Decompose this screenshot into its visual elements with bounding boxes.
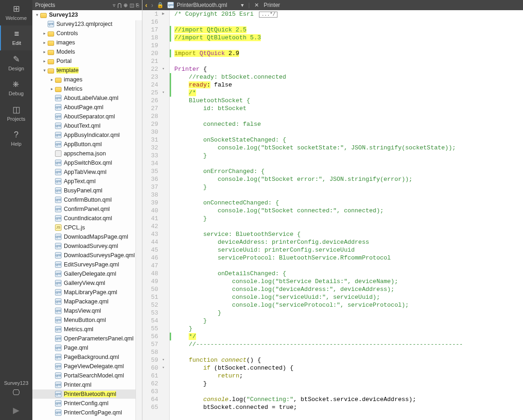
code-line[interactable]: btSocket.connected = true; [174, 403, 523, 411]
breadcrumb[interactable]: Printer [264, 2, 280, 8]
code-line[interactable] [174, 348, 523, 356]
tree-file[interactable]: qmlCountIndicator.qml [32, 214, 142, 223]
tree-file[interactable]: qmlAppSwitchBox.qml [32, 158, 142, 167]
tree-file[interactable]: qmlConfirmPanel.qml [32, 204, 142, 214]
tree-file[interactable]: appschema.json [32, 149, 142, 158]
tree-file[interactable]: JSCPCL.js [32, 223, 142, 232]
tree-folder-models[interactable]: ▸Models [32, 47, 142, 56]
tree-file[interactable]: qmlAboutText.qml [32, 121, 142, 130]
code-line[interactable]: //import QtBluetooth 5.3 [174, 34, 523, 42]
code-line[interactable]: ready: false [174, 81, 523, 89]
tree-file[interactable]: qmlOpenParametersPanel.qml [32, 334, 142, 343]
code-line[interactable]: return; [174, 372, 523, 380]
code-line[interactable]: serviceProtocol: BluetoothService.Rfcomm… [174, 254, 523, 262]
code-line[interactable]: Printer { [174, 65, 523, 73]
code-line[interactable]: if (btSocket.connected) { [174, 364, 523, 372]
code-line[interactable] [174, 18, 523, 26]
rail-item-projects[interactable]: ◫Projects [0, 101, 32, 126]
code-line[interactable] [174, 388, 523, 395]
tree-file[interactable]: qmlAboutSeparator.qml [32, 112, 142, 121]
file-dropdown-icon[interactable]: ▾ [241, 2, 244, 8]
tree-file[interactable]: qmlPrinterConfig.qml [32, 399, 142, 408]
tree-file[interactable]: qmlAboutPage.qml [32, 103, 142, 112]
code-line[interactable] [174, 160, 523, 167]
panel-tool-icon-1[interactable]: ⋂ [117, 2, 122, 8]
project-tree[interactable]: ▾Survey123qmlSurvey123.qmlproject▸Contro… [32, 10, 142, 420]
tree-file[interactable]: qmlGalleryView.qml [32, 278, 142, 288]
code-line[interactable]: onDetailsChanged: { [174, 270, 523, 278]
tree-file[interactable]: qmlGalleryDelegate.qml [32, 269, 142, 278]
code-line[interactable]: //import QtQuick 2.5 [174, 26, 523, 34]
code-line[interactable]: //--------------------------------------… [174, 340, 523, 348]
panel-tool-icon-2[interactable]: ⊕ [123, 2, 128, 8]
tree-folder-template[interactable]: ▾template [32, 66, 142, 75]
run-button[interactable]: ▶ [13, 401, 19, 420]
tree-file[interactable]: qmlDownloadMapsPage.qml [32, 232, 142, 241]
tree-file[interactable]: qmlAppBusyIndicator.qml [32, 130, 142, 140]
tree-file[interactable]: qmlPageViewDelegate.qml [32, 362, 142, 371]
tree-file[interactable]: qmlDownloadSurveysPage.qml [32, 251, 142, 260]
tree-folder-images[interactable]: ▸images [32, 75, 142, 84]
target-selector-icon[interactable]: 🖵 [0, 389, 32, 397]
code-line[interactable] [174, 128, 523, 136]
code-line[interactable]: console.log("Connecting:", btSocket.serv… [174, 395, 523, 403]
tree-file[interactable]: qmlBusyPanel.qml [32, 186, 142, 195]
scrollbar[interactable] [135, 20, 142, 420]
tree-qmlproject[interactable]: qmlSurvey123.qmlproject [32, 19, 142, 29]
code-line[interactable]: console.log("btSocket socketState:", JSO… [174, 144, 523, 152]
code-line[interactable]: console.log("btSocket error:", JSON.stri… [174, 175, 523, 183]
tree-file[interactable]: qmlPrinter.qml [32, 380, 142, 389]
code-line[interactable]: function connect() { [174, 356, 523, 364]
code-text[interactable]: /* Copyright 2015 Esri ...*///import QtQ… [170, 10, 523, 420]
code-line[interactable]: serviceUuid: printerConfig.serviceUuid [174, 246, 523, 254]
rail-item-welcome[interactable]: ⊞Welcome [0, 0, 32, 25]
tree-file[interactable]: qmlMapLibraryPage.qml [32, 288, 142, 297]
tree-file[interactable]: qmlMetrics.qml [32, 325, 142, 334]
tree-file[interactable]: qmlAppTabView.qml [32, 167, 142, 177]
code-line[interactable]: } [174, 317, 523, 325]
rail-item-design[interactable]: ✎Design [0, 50, 32, 76]
tree-file[interactable]: qmlPageBackground.qml [32, 352, 142, 362]
code-line[interactable]: } [174, 152, 523, 160]
tree-folder-controls[interactable]: ▸Controls [32, 29, 142, 38]
code-line[interactable]: connected: false [174, 120, 523, 128]
code-line[interactable]: } [174, 380, 523, 388]
code-line[interactable]: } [174, 325, 523, 333]
code-line[interactable]: console.log("serviceProtocol:", serviceP… [174, 301, 523, 309]
tree-file[interactable]: qmlMapsView.qml [32, 306, 142, 315]
line-gutter[interactable]: 1▶16171819202122▾232425▾2627282930313233… [142, 10, 170, 420]
code-line[interactable]: console.log("btSocket connected:", conne… [174, 207, 523, 215]
tree-root[interactable]: ▾Survey123 [32, 10, 142, 19]
code-line[interactable]: console.log("btService Details:", device… [174, 278, 523, 285]
code-line[interactable]: } [174, 183, 523, 191]
tree-file[interactable]: qmlPrinterConfigPage.qml [32, 408, 142, 417]
code-line[interactable] [174, 222, 523, 230]
code-line[interactable]: //ready: btSocket.connected [174, 73, 523, 81]
code-line[interactable] [174, 262, 523, 270]
tree-file[interactable]: qmlAboutLabelValue.qml [32, 93, 142, 103]
code-line[interactable]: /* [174, 89, 523, 97]
tree-folder-images[interactable]: ▸images [32, 38, 142, 47]
tree-file[interactable]: qmlDownloadSurvey.qml [32, 241, 142, 251]
code-line[interactable]: } [174, 309, 523, 317]
code-line[interactable]: onConnectedChanged: { [174, 199, 523, 207]
code-line[interactable]: deviceAddress: printerConfig.deviceAddre… [174, 238, 523, 246]
close-file-icon[interactable]: ✕ [254, 2, 259, 8]
code-line[interactable]: BluetoothSocket { [174, 97, 523, 105]
panel-tool-icon-4[interactable]: ⎘ [136, 2, 139, 8]
rail-item-debug[interactable]: ⛯Debug [0, 76, 32, 101]
tree-file[interactable]: qmlAppButton.qml [32, 140, 142, 149]
code-line[interactable]: onErrorChanged: { [174, 167, 523, 175]
code-line[interactable]: onSocketStateChanged: { [174, 136, 523, 144]
open-file-tab[interactable]: qml PrinterBluetooth.qml ▾ [167, 2, 244, 8]
tree-file[interactable]: qmlEditSurveysPage.qml [32, 260, 142, 269]
tree-folder-portal[interactable]: ▸Portal [32, 56, 142, 66]
code-line[interactable] [174, 112, 523, 120]
panel-tool-icon-3[interactable]: ◫ [129, 2, 134, 8]
code-line[interactable] [174, 42, 523, 49]
lock-icon[interactable]: 🔒 [157, 2, 164, 8]
rail-item-edit[interactable]: ≡Edit [0, 25, 32, 50]
code-line[interactable]: /* Copyright 2015 Esri ...*/ [174, 10, 523, 18]
tree-file[interactable]: qmlMenuButton.qml [32, 315, 142, 325]
panel-tool-icon-0[interactable]: ▿ [113, 2, 116, 8]
